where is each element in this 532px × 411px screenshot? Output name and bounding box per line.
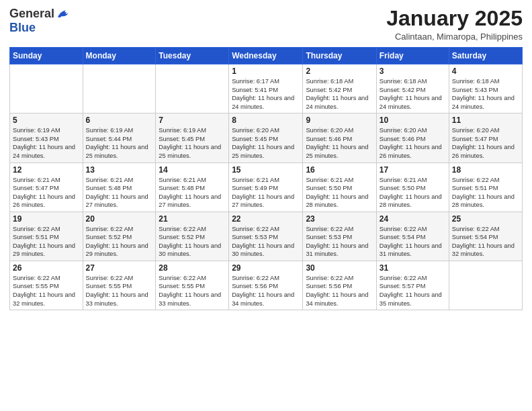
cell-line: Sunrise: 6:22 AM — [306, 226, 353, 232]
cell-line: Sunset: 5:51 PM — [452, 185, 498, 191]
day-number: 3 — [380, 66, 446, 76]
day-header-friday: Friday — [376, 48, 449, 64]
cell-content: Sunrise: 6:19 AMSunset: 5:43 PMDaylight:… — [13, 126, 80, 160]
cell-line: Sunrise: 6:22 AM — [380, 275, 427, 281]
cell-line: Sunset: 5:51 PM — [13, 234, 59, 240]
header: General Blue January 2025 Calintaan, Mim… — [9, 7, 523, 42]
day-number: 10 — [380, 116, 446, 125]
day-number: 5 — [13, 116, 80, 125]
cell-line: Sunrise: 6:22 AM — [452, 226, 500, 232]
cell-line: Sunset: 5:57 PM — [380, 283, 426, 289]
cell-line: Sunrise: 6:21 AM — [232, 177, 279, 183]
calendar-cell — [10, 64, 83, 113]
cell-line: Daylight: 11 hours and 35 minutes. — [380, 291, 442, 307]
day-number: 13 — [86, 165, 153, 175]
calendar-cell: 24Sunrise: 6:22 AMSunset: 5:54 PMDayligh… — [376, 212, 449, 261]
cell-line: Daylight: 11 hours and 26 minutes. — [380, 144, 442, 159]
day-number: 29 — [232, 263, 300, 273]
cell-line: Sunrise: 6:21 AM — [86, 177, 134, 183]
cell-line: Sunset: 5:55 PM — [13, 283, 59, 289]
cell-line: Sunrise: 6:22 AM — [86, 226, 134, 232]
page: General Blue January 2025 Calintaan, Mim… — [0, 0, 532, 411]
cell-line: Daylight: 11 hours and 34 minutes. — [232, 291, 294, 307]
cell-content: Sunrise: 6:22 AMSunset: 5:52 PMDaylight:… — [86, 225, 153, 259]
day-number: 26 — [13, 263, 80, 273]
cell-content: Sunrise: 6:22 AMSunset: 5:55 PMDaylight:… — [159, 274, 226, 308]
cell-line: Sunset: 5:42 PM — [380, 87, 426, 93]
cell-line: Sunset: 5:55 PM — [159, 283, 205, 289]
calendar-cell: 16Sunrise: 6:21 AMSunset: 5:50 PMDayligh… — [303, 163, 376, 212]
calendar-week-row: 19Sunrise: 6:22 AMSunset: 5:51 PMDayligh… — [10, 212, 523, 261]
calendar-cell: 5Sunrise: 6:19 AMSunset: 5:43 PMDaylight… — [10, 113, 83, 163]
cell-line: Sunrise: 6:22 AM — [86, 275, 134, 281]
calendar-cell: 21Sunrise: 6:22 AMSunset: 5:52 PMDayligh… — [156, 212, 229, 261]
title-area: January 2025 Calintaan, Mimaropa, Philip… — [386, 7, 523, 42]
cell-line: Sunset: 5:47 PM — [452, 136, 498, 142]
cell-line: Sunrise: 6:22 AM — [232, 226, 279, 232]
calendar-cell: 27Sunrise: 6:22 AMSunset: 5:55 PMDayligh… — [83, 261, 156, 310]
cell-content: Sunrise: 6:18 AMSunset: 5:43 PMDaylight:… — [452, 77, 519, 111]
cell-line: Sunrise: 6:19 AM — [159, 127, 206, 134]
calendar-cell: 18Sunrise: 6:22 AMSunset: 5:51 PMDayligh… — [449, 163, 522, 212]
cell-content: Sunrise: 6:22 AMSunset: 5:54 PMDaylight:… — [452, 225, 519, 259]
cell-line: Sunset: 5:54 PM — [380, 234, 426, 240]
cell-line: Daylight: 11 hours and 32 minutes. — [452, 242, 515, 258]
day-number: 2 — [306, 66, 373, 76]
day-header-thursday: Thursday — [303, 48, 376, 64]
cell-line: Sunset: 5:50 PM — [306, 185, 352, 191]
cell-line: Sunset: 5:56 PM — [232, 283, 278, 289]
cell-line: Daylight: 11 hours and 25 minutes. — [86, 144, 148, 159]
cell-line: Sunset: 5:44 PM — [86, 136, 132, 142]
cell-line: Sunset: 5:50 PM — [380, 185, 426, 191]
cell-line: Sunset: 5:48 PM — [86, 185, 132, 191]
calendar-cell: 22Sunrise: 6:22 AMSunset: 5:53 PMDayligh… — [229, 212, 303, 261]
cell-line: Daylight: 11 hours and 25 minutes. — [306, 144, 368, 159]
cell-line: Sunset: 5:45 PM — [232, 136, 278, 142]
day-number: 4 — [452, 66, 519, 76]
cell-content: Sunrise: 6:22 AMSunset: 5:56 PMDaylight:… — [232, 274, 300, 308]
cell-line: Sunset: 5:46 PM — [306, 136, 352, 142]
cell-line: Sunrise: 6:22 AM — [306, 275, 353, 281]
cell-line: Sunset: 5:45 PM — [159, 136, 205, 142]
cell-line: Sunset: 5:43 PM — [452, 87, 498, 93]
cell-content: Sunrise: 6:19 AMSunset: 5:45 PMDaylight:… — [159, 126, 226, 160]
cell-line: Sunset: 5:47 PM — [13, 185, 59, 191]
cell-content: Sunrise: 6:18 AMSunset: 5:42 PMDaylight:… — [380, 77, 446, 111]
cell-line: Daylight: 11 hours and 30 minutes. — [232, 242, 294, 258]
cell-content: Sunrise: 6:22 AMSunset: 5:55 PMDaylight:… — [13, 274, 80, 308]
calendar-cell: 19Sunrise: 6:22 AMSunset: 5:51 PMDayligh… — [10, 212, 83, 261]
cell-line: Sunrise: 6:19 AM — [86, 127, 134, 134]
day-number: 17 — [380, 165, 446, 175]
calendar-header-row: SundayMondayTuesdayWednesdayThursdayFrid… — [10, 48, 523, 64]
cell-content: Sunrise: 6:22 AMSunset: 5:51 PMDaylight:… — [452, 176, 519, 210]
calendar-cell: 8Sunrise: 6:20 AMSunset: 5:45 PMDaylight… — [229, 113, 303, 163]
day-number: 18 — [452, 165, 519, 175]
calendar-cell — [156, 64, 229, 113]
calendar-cell: 2Sunrise: 6:18 AMSunset: 5:42 PMDaylight… — [303, 64, 376, 113]
day-number: 16 — [306, 165, 373, 175]
cell-content: Sunrise: 6:20 AMSunset: 5:45 PMDaylight:… — [232, 126, 300, 160]
cell-line: Daylight: 11 hours and 26 minutes. — [452, 144, 515, 159]
calendar-cell: 7Sunrise: 6:19 AMSunset: 5:45 PMDaylight… — [156, 113, 229, 163]
cell-content: Sunrise: 6:21 AMSunset: 5:48 PMDaylight:… — [159, 176, 226, 210]
cell-line: Sunset: 5:42 PM — [306, 87, 352, 93]
cell-line: Daylight: 11 hours and 28 minutes. — [380, 193, 442, 209]
cell-line: Daylight: 11 hours and 27 minutes. — [159, 193, 221, 209]
day-number: 31 — [380, 263, 446, 273]
cell-line: Sunset: 5:48 PM — [159, 185, 205, 191]
cell-content: Sunrise: 6:22 AMSunset: 5:57 PMDaylight:… — [380, 274, 446, 308]
cell-line: Sunset: 5:49 PM — [232, 185, 278, 191]
cell-line: Sunrise: 6:21 AM — [159, 177, 206, 183]
cell-content: Sunrise: 6:21 AMSunset: 5:47 PMDaylight:… — [13, 176, 80, 210]
day-number: 15 — [232, 165, 300, 175]
cell-line: Daylight: 11 hours and 33 minutes. — [159, 291, 221, 307]
cell-line: Sunrise: 6:20 AM — [306, 127, 353, 134]
calendar-cell: 4Sunrise: 6:18 AMSunset: 5:43 PMDaylight… — [449, 64, 522, 113]
cell-line: Daylight: 11 hours and 31 minutes. — [306, 242, 368, 258]
cell-line: Sunrise: 6:21 AM — [13, 177, 60, 183]
cell-line: Daylight: 11 hours and 32 minutes. — [13, 291, 75, 307]
cell-line: Sunrise: 6:22 AM — [13, 226, 60, 232]
day-number: 28 — [159, 263, 226, 273]
calendar-cell: 20Sunrise: 6:22 AMSunset: 5:52 PMDayligh… — [83, 212, 156, 261]
calendar-table: SundayMondayTuesdayWednesdayThursdayFrid… — [9, 47, 523, 310]
